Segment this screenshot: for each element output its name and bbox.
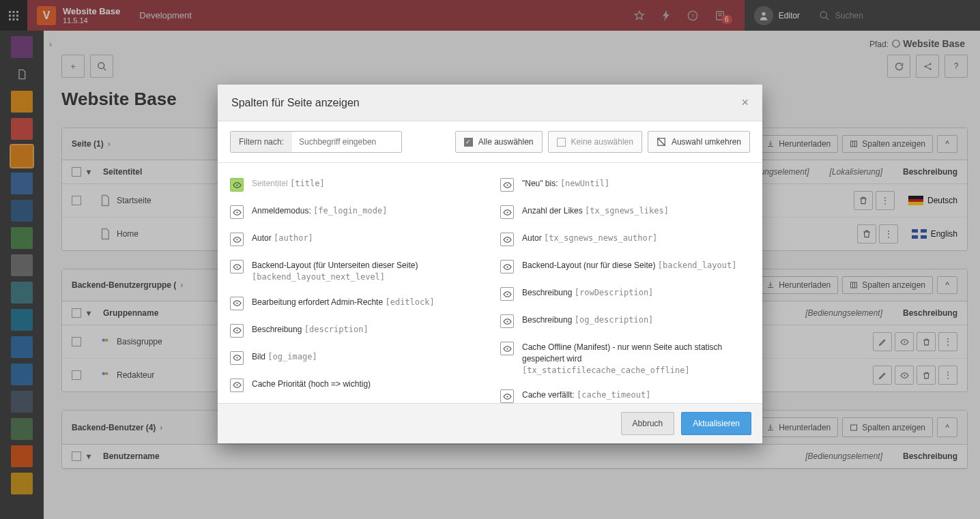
filter-label: Filtern nach: — [231, 132, 292, 152]
column-field: Autor [author] — [230, 226, 480, 253]
invert-icon — [657, 137, 666, 147]
svg-point-39 — [236, 239, 237, 240]
svg-point-43 — [236, 357, 237, 359]
toggle-column-eye[interactable] — [230, 178, 244, 192]
select-all-button[interactable]: ✓Alle auswählen — [455, 131, 543, 153]
svg-point-45 — [506, 184, 508, 186]
column-field: Bild [og_image] — [230, 344, 480, 372]
update-button[interactable]: Aktualisieren — [681, 412, 751, 435]
column-field: Seitentitel [title] — [230, 171, 480, 198]
columns-modal: Spalten für Seite anzeigen × Filtern nac… — [218, 85, 762, 443]
column-field: Backend-Layout (für Unterseiten dieser S… — [230, 253, 480, 290]
close-button[interactable]: × — [741, 95, 749, 110]
column-field: Cache Offline (Manifest) - nur wenn Seit… — [500, 335, 750, 383]
svg-point-37 — [236, 184, 237, 186]
select-none-button[interactable]: Keine auswählen — [548, 131, 642, 153]
toggle-column-eye[interactable] — [230, 351, 244, 365]
column-field: Backend-Layout (nur für diese Seite) [ba… — [500, 253, 750, 280]
column-field: Beschreibung [og_description] — [500, 308, 750, 335]
svg-point-42 — [236, 330, 237, 331]
toggle-column-eye[interactable] — [230, 233, 244, 246]
toggle-column-eye[interactable] — [500, 342, 514, 355]
toggle-column-eye[interactable] — [500, 389, 514, 403]
toggle-column-eye[interactable] — [230, 324, 244, 338]
svg-point-38 — [236, 211, 237, 213]
modal-title: Spalten für Seite anzeigen — [231, 97, 360, 109]
svg-point-49 — [506, 293, 508, 295]
svg-point-47 — [506, 239, 508, 240]
column-field: Bearbeitung erfordert Admin-Rechte [edit… — [230, 290, 480, 317]
invert-button[interactable]: Auswahl umkehren — [648, 131, 750, 153]
toggle-column-eye[interactable] — [500, 178, 514, 192]
column-field: "Neu" bis: [newUntil] — [500, 171, 750, 198]
toggle-column-eye[interactable] — [230, 205, 244, 219]
svg-point-50 — [506, 321, 508, 322]
toggle-column-eye[interactable] — [500, 205, 514, 219]
svg-point-51 — [506, 348, 508, 349]
filter-input[interactable] — [292, 132, 401, 152]
column-field: Cache Priorität (hoch => wichtig) — [230, 372, 480, 399]
svg-point-44 — [236, 385, 237, 386]
svg-point-41 — [236, 303, 237, 304]
svg-point-48 — [506, 266, 508, 267]
toggle-column-eye[interactable] — [230, 260, 244, 273]
toggle-column-eye[interactable] — [230, 379, 244, 392]
filter-field: Filtern nach: — [230, 131, 402, 153]
toggle-column-eye[interactable] — [500, 287, 514, 301]
column-field: Autor [tx_sgnews_news_author] — [500, 226, 750, 253]
column-field: Beschreibung [description] — [230, 317, 480, 344]
svg-point-52 — [506, 396, 508, 397]
column-field: Cache verfällt: [cache_timeout] — [500, 383, 750, 403]
svg-point-40 — [236, 266, 237, 267]
column-field: Anzahl der Likes [tx_sgnews_likes] — [500, 198, 750, 226]
column-field: Beschreibung [rowDescription] — [500, 280, 750, 308]
column-field: Anmeldemodus: [fe_login_mode] — [230, 198, 480, 226]
toggle-column-eye[interactable] — [500, 233, 514, 246]
svg-point-46 — [506, 211, 508, 213]
cancel-button[interactable]: Abbruch — [621, 412, 675, 435]
toggle-column-eye[interactable] — [500, 260, 514, 273]
toggle-column-eye[interactable] — [500, 314, 514, 328]
toggle-column-eye[interactable] — [230, 297, 244, 310]
